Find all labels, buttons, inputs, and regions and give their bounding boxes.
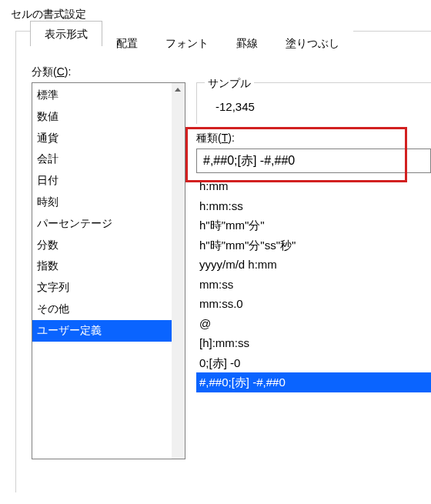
tab-フォント[interactable]: フォント — [152, 31, 222, 56]
list-item[interactable]: パーセンテージ — [32, 213, 185, 235]
type-label: 種類(T): — [196, 132, 431, 145]
list-item[interactable]: 標準 — [32, 85, 185, 106]
list-item[interactable]: 文字列 — [32, 277, 185, 299]
type-listbox[interactable]: h:mmh:mm:ssh"時"mm"分"h"時"mm"分"ss"秒"yyyy/m… — [196, 176, 431, 392]
list-item[interactable]: @ — [196, 314, 431, 334]
sample-value: -12,345 — [205, 100, 431, 113]
category-listbox[interactable]: 標準数値通貨会計日付時刻パーセンテージ分数指数文字列その他ユーザー定義 — [32, 82, 185, 459]
type-input[interactable] — [196, 149, 431, 173]
list-item[interactable]: mm:ss.0 — [196, 294, 431, 314]
list-item[interactable]: h"時"mm"分"ss"秒" — [196, 235, 431, 255]
list-item[interactable]: 日付 — [32, 170, 185, 192]
list-item[interactable]: [h]:mm:ss — [196, 333, 431, 353]
list-item[interactable]: h:mm:ss — [196, 196, 431, 216]
tab-表示形式[interactable]: 表示形式 — [30, 21, 102, 46]
list-item[interactable]: 会計 — [32, 149, 185, 170]
list-item[interactable]: 分数 — [32, 235, 185, 256]
list-item[interactable]: 0;[赤] -0 — [196, 353, 431, 373]
list-item[interactable]: ユーザー定義 — [32, 320, 185, 342]
list-item[interactable]: h:mm — [196, 176, 431, 196]
list-item[interactable]: yyyy/m/d h:mm — [196, 255, 431, 275]
dialog-panel: 表示形式配置フォント罫線塗りつぶし 分類(C): 標準数値通貨会計日付時刻パーセ… — [15, 31, 431, 492]
scrollbar[interactable] — [172, 83, 185, 459]
tab-bar: 表示形式配置フォント罫線塗りつぶし — [30, 31, 353, 56]
list-item[interactable]: その他 — [32, 299, 185, 320]
list-item[interactable]: mm:ss — [196, 275, 431, 295]
sample-group: サンプル -12,345 — [196, 82, 431, 124]
list-item[interactable]: 時刻 — [32, 192, 185, 213]
tab-配置[interactable]: 配置 — [102, 31, 152, 56]
tab-塗りつぶし[interactable]: 塗りつぶし — [272, 31, 353, 56]
list-item[interactable]: 数値 — [32, 106, 185, 128]
list-item[interactable]: #,##0;[赤] -#,##0 — [196, 372, 431, 392]
tab-罫線[interactable]: 罫線 — [222, 31, 272, 56]
list-item[interactable]: h"時"mm"分" — [196, 215, 431, 235]
list-item[interactable]: 通貨 — [32, 128, 185, 149]
sample-label: サンプル — [205, 77, 254, 91]
list-item[interactable]: 指数 — [32, 255, 185, 277]
